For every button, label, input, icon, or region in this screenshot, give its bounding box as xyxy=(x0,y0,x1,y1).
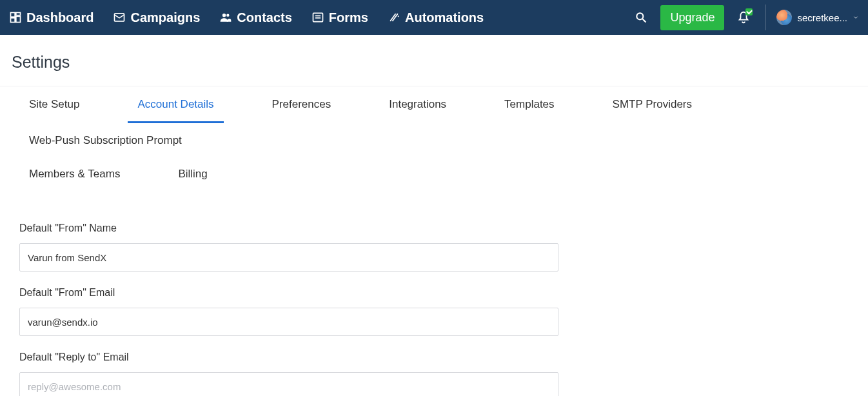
forms-icon xyxy=(311,11,324,24)
automations-icon xyxy=(388,11,400,24)
nav-item-label: Contacts xyxy=(237,10,292,25)
tab-smtp-providers[interactable]: SMTP Providers xyxy=(603,86,702,123)
svg-point-10 xyxy=(397,14,398,15)
svg-point-11 xyxy=(398,15,399,17)
nav-item-dashboard[interactable]: Dashboard xyxy=(9,10,94,25)
tab-site-setup[interactable]: Site Setup xyxy=(19,86,89,123)
dashboard-icon xyxy=(9,11,22,24)
search-button[interactable] xyxy=(629,6,653,29)
from-name-input[interactable] xyxy=(19,243,558,272)
form-group-from-name: Default "From" Name xyxy=(19,223,561,272)
form-group-from-email: Default "From" Email xyxy=(19,287,561,336)
nav-right: Upgrade secretkee... xyxy=(629,5,859,30)
svg-rect-2 xyxy=(16,16,21,22)
nav-item-contacts[interactable]: Contacts xyxy=(219,10,292,25)
nav-item-campaigns[interactable]: Campaigns xyxy=(113,10,200,25)
svg-rect-1 xyxy=(16,13,21,15)
nav-item-label: Forms xyxy=(329,10,368,25)
settings-tabs: Site Setup Account Details Preferences I… xyxy=(0,86,868,192)
avatar xyxy=(776,10,792,25)
account-details-form: Default "From" Name Default "From" Email… xyxy=(0,192,580,396)
reply-to-label: Default "Reply to" Email xyxy=(19,351,561,363)
tab-members-teams[interactable]: Members & Teams xyxy=(19,159,130,192)
notification-badge-icon xyxy=(745,8,753,15)
tab-account-details[interactable]: Account Details xyxy=(128,86,223,123)
svg-point-5 xyxy=(222,14,226,17)
mail-icon xyxy=(113,11,126,24)
page-header: Settings xyxy=(0,35,868,86)
user-menu[interactable]: secretkee... xyxy=(776,10,859,25)
form-group-reply-to: Default "Reply to" Email xyxy=(19,351,561,396)
page-title: Settings xyxy=(12,53,856,72)
nav-divider xyxy=(765,5,766,30)
chevron-down-icon xyxy=(853,14,859,21)
nav-item-automations[interactable]: Automations xyxy=(388,10,484,25)
svg-line-13 xyxy=(643,19,646,23)
search-icon xyxy=(635,11,647,24)
svg-rect-3 xyxy=(11,18,15,23)
tab-integrations[interactable]: Integrations xyxy=(379,86,456,123)
notifications-button[interactable] xyxy=(732,6,755,29)
reply-to-input[interactable] xyxy=(19,372,558,396)
tab-billing[interactable]: Billing xyxy=(168,159,217,192)
svg-point-12 xyxy=(637,13,644,19)
from-email-input[interactable] xyxy=(19,308,558,336)
nav-item-label: Automations xyxy=(405,10,484,25)
from-email-label: Default "From" Email xyxy=(19,287,561,299)
nav-item-forms[interactable]: Forms xyxy=(311,10,368,25)
user-name: secretkee... xyxy=(797,12,847,23)
tab-templates[interactable]: Templates xyxy=(495,86,564,123)
top-nav: Dashboard Campaigns Contacts xyxy=(0,0,868,35)
contacts-icon xyxy=(219,11,232,24)
nav-item-label: Dashboard xyxy=(26,10,94,25)
nav-item-label: Campaigns xyxy=(130,10,200,25)
tab-preferences[interactable]: Preferences xyxy=(262,86,341,123)
upgrade-button[interactable]: Upgrade xyxy=(660,5,724,30)
svg-point-6 xyxy=(226,14,229,17)
from-name-label: Default "From" Name xyxy=(19,223,561,234)
svg-rect-0 xyxy=(11,13,15,17)
nav-left: Dashboard Campaigns Contacts xyxy=(9,10,484,25)
tab-web-push-prompt[interactable]: Web-Push Subscription Prompt xyxy=(19,123,192,159)
